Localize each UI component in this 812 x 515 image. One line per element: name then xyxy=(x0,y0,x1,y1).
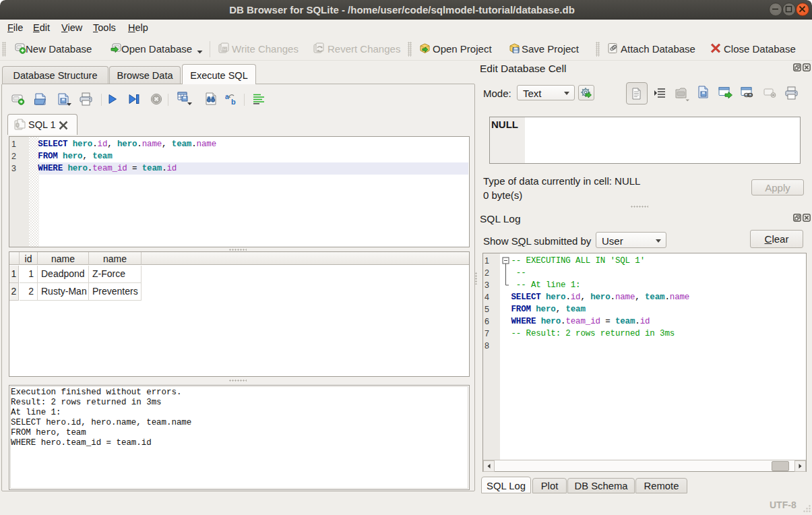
svg-text:b: b xyxy=(231,98,236,106)
